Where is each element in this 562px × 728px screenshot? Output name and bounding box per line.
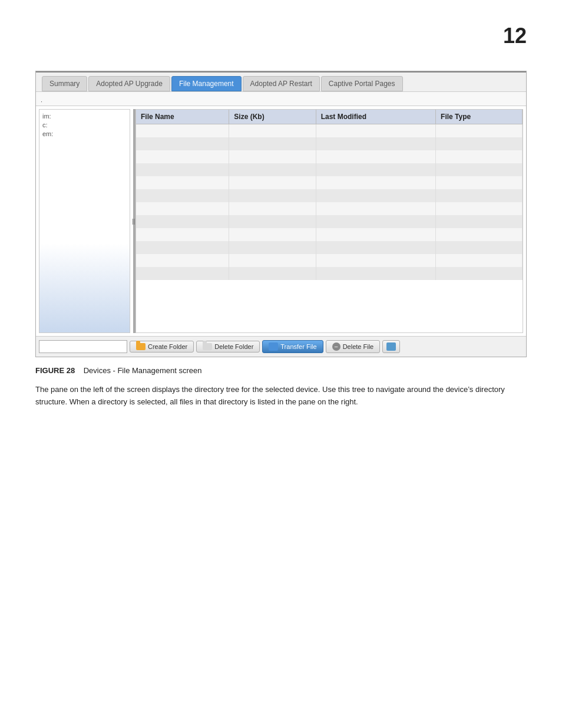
tree-item-em[interactable]: em: [42,130,127,137]
tab-summary[interactable]: Summary [42,76,87,91]
table-row[interactable] [136,150,523,163]
delete-folder-icon [203,343,212,350]
tree-item-im[interactable]: im: [42,113,127,120]
col-header-file-name: File Name [136,110,229,124]
table-row[interactable] [136,267,523,280]
path-input[interactable] [39,340,127,353]
screenshot-container: Summary Adopted AP Upgrade File Manageme… [35,71,527,357]
table-row[interactable] [136,202,523,215]
transfer-icon [269,342,278,351]
col-header-last-modified: Last Modified [316,110,435,124]
folder-icon [136,343,146,350]
col-header-size-kb: Size (Kb) [229,110,316,124]
tab-adopted-ap-upgrade[interactable]: Adopted AP Upgrade [88,76,170,91]
extra-button[interactable] [382,340,400,353]
minus-icon [332,342,340,351]
main-content: im: c: em: ||| File Name Size (Kb) Last … [36,106,526,336]
tab-bar: Summary Adopted AP Upgrade File Manageme… [36,73,526,92]
figure-title: Devices - File Management screen [84,366,202,375]
delete-file-button[interactable]: Delete File [326,340,381,353]
table-row[interactable] [136,241,523,254]
directory-tree-pane[interactable]: im: c: em: [39,109,130,333]
create-folder-button[interactable]: Create Folder [130,341,194,353]
table-row[interactable] [136,254,523,267]
file-table: File Name Size (Kb) Last Modified File T… [136,110,523,280]
table-row[interactable] [136,124,523,137]
figure-label: FIGURE 28 [35,366,75,375]
delete-folder-button[interactable]: Delete Folder [196,341,260,353]
table-row[interactable] [136,176,523,189]
tree-item-c[interactable]: c: [42,121,127,129]
table-row[interactable] [136,163,523,176]
description-text: The pane on the left of the screen displ… [35,384,527,409]
page-number: 12 [503,24,527,48]
col-header-file-type: File Type [436,110,523,124]
tab-captive-portal-pages[interactable]: Captive Portal Pages [321,76,403,91]
file-list-pane: File Name Size (Kb) Last Modified File T… [135,109,523,333]
table-row[interactable] [136,137,523,150]
bottom-toolbar: Create Folder Delete Folder Transfer Fil… [36,336,526,357]
breadcrumb-indicator: · [41,98,42,105]
figure-caption: FIGURE 28 Devices - File Management scre… [35,366,527,375]
transfer-file-button[interactable]: Transfer File [262,340,323,353]
table-row[interactable] [136,228,523,241]
table-row[interactable] [136,189,523,202]
table-row[interactable] [136,215,523,228]
photo-icon [386,342,396,351]
tab-adopted-ap-restart[interactable]: Adopted AP Restart [243,76,320,91]
tab-file-management[interactable]: File Management [171,76,242,91]
